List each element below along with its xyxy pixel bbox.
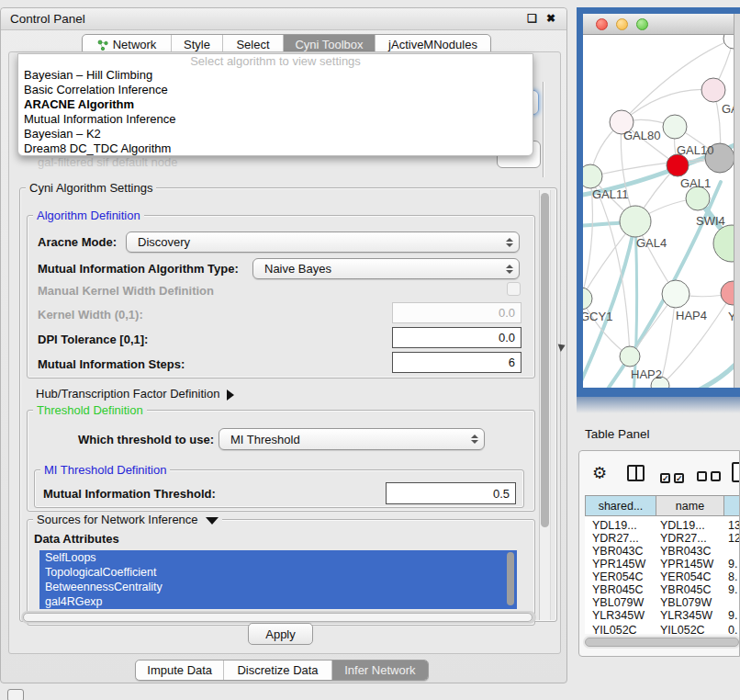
data-attributes-list[interactable]: SelfLoops TopologicalCoefficient Between… [39, 550, 517, 609]
algorithm-option-dream8[interactable]: Dream8 DC_TDC Algorithm [18, 141, 533, 156]
algorithm-option-aracne[interactable]: ARACNE Algorithm [18, 97, 533, 112]
table-cell[interactable]: YDR27... [660, 532, 707, 545]
aracne-mode-combobox[interactable]: Discovery [126, 231, 520, 253]
table-cell[interactable]: YDL19... [660, 519, 705, 532]
split-columns-icon[interactable] [627, 465, 645, 481]
float-window-button[interactable]: ❑ [527, 12, 537, 25]
table-cell[interactable]: 13 [728, 519, 740, 532]
table-cell[interactable]: YBR045C [660, 583, 712, 596]
table-cell[interactable]: YER054C [660, 570, 712, 583]
network-node-hap4[interactable] [662, 280, 690, 308]
threshold-definition-title: Threshold Definition [33, 403, 147, 417]
mi-steps-field[interactable]: 6 [392, 352, 521, 373]
algorithm-dropdown-popup: Select algorithm to view settings Bayesi… [17, 53, 533, 156]
column-header-shared-name[interactable]: shared... [585, 495, 656, 516]
attribute-selfloops[interactable]: SelfLoops [39, 550, 517, 565]
network-icon [97, 40, 108, 51]
network-node-salmon[interactable] [721, 281, 734, 305]
table-row[interactable]: YBR045C [592, 583, 644, 596]
hub-transcription-expander[interactable]: Hub/Transcription Factor Definition [36, 387, 234, 401]
control-panel: Control Panel ❑ ✖ Network Style Select C… [0, 7, 567, 683]
node-label-gal80: GAL80 [623, 129, 660, 142]
table-cell[interactable]: 9. [728, 609, 737, 622]
node-label-gal1: GAL1 [680, 176, 711, 190]
column-header-partial[interactable] [724, 495, 740, 516]
network-node-gcy1[interactable] [583, 288, 592, 310]
network-node-gal4[interactable] [620, 206, 651, 237]
table-row[interactable]: YER054C [592, 570, 644, 583]
mi-threshold-field[interactable]: 0.5 [386, 482, 516, 504]
tab-impute-data[interactable]: Impute Data [136, 660, 223, 680]
attribute-topologicalcoefficient[interactable]: TopologicalCoefficient [39, 565, 517, 580]
network-node-gal10[interactable] [663, 115, 687, 139]
mi-algorithm-type-value: Naive Bayes [259, 262, 502, 276]
node-label-gal10: GAL10 [677, 143, 713, 157]
attribute-betweennesscentrality[interactable]: BetweennessCentrality [39, 580, 517, 594]
aracne-mode-value: Discovery [132, 235, 502, 249]
algorithm-option-bayesian-hill-climbing[interactable]: Bayesian – Hill Climbing [18, 68, 533, 83]
network-window-titlebar[interactable] [583, 14, 734, 35]
traffic-light-minimize-button[interactable] [616, 18, 628, 30]
table-row[interactable]: YDL19... [592, 519, 637, 532]
close-panel-button[interactable]: ✖ [546, 12, 555, 25]
settings-hscrollbar-thumb[interactable] [23, 613, 533, 622]
table-cell[interactable]: 9. [728, 558, 737, 570]
kernel-width-field[interactable]: 0.0 [392, 302, 521, 323]
collapse-arrow-icon [206, 517, 219, 525]
algorithm-option-mutual-information[interactable]: Mutual Information Inference [18, 112, 533, 127]
table-cell[interactable]: 12 [728, 532, 740, 545]
table-cell[interactable]: 0. [728, 624, 737, 634]
attributes-scrollbar-thumb[interactable] [507, 552, 514, 605]
network-canvas[interactable]: GAL80 GAL10 GAL1 GAL11 SWI4 GAL4 GCY1 HA… [583, 35, 734, 388]
table-cell[interactable]: YBL079W [660, 596, 712, 609]
algorithm-option-bayesian-k2[interactable]: Bayesian – K2 [18, 127, 533, 141]
settings-gear-icon[interactable]: ⚙ [590, 464, 609, 482]
sources-group-title[interactable]: Sources for Network Inference [33, 513, 222, 526]
control-panel-titlebar: Control Panel ❑ ✖ [1, 8, 566, 30]
deselect-all-checkboxes-icon[interactable] [697, 469, 724, 485]
settings-scrollbar-thumb[interactable] [541, 193, 549, 527]
table-cell[interactable]: YBR043C [660, 545, 712, 558]
mi-threshold-definition-title: MI Threshold Definition [40, 463, 170, 477]
table-row[interactable]: YLR345W [592, 609, 645, 622]
table-cell[interactable]: 8. [728, 570, 737, 583]
column-header-name[interactable]: name [656, 495, 724, 516]
table-cell[interactable]: YIL052C [660, 624, 705, 634]
network-node-big-green[interactable] [713, 225, 734, 262]
tab-infer-network[interactable]: Infer Network [331, 660, 428, 680]
combo-arrows-icon [506, 265, 513, 274]
data-attributes-label: Data Attributes [34, 532, 119, 546]
network-node-pink[interactable] [701, 78, 725, 102]
aracne-mode-label: Aracne Mode: [38, 235, 117, 249]
network-node-hap2[interactable] [620, 346, 640, 367]
manual-kernel-width-checkbox[interactable] [507, 282, 521, 296]
network-node-top-cut[interactable] [723, 35, 734, 49]
table-row[interactable]: YPR145W [592, 558, 645, 570]
network-node-gal1-red[interactable] [667, 154, 689, 176]
table-cell[interactable]: YPR145W [660, 558, 713, 570]
node-label-gal4: GAL4 [636, 236, 667, 250]
mi-algorithm-type-combobox[interactable]: Naive Bayes [252, 258, 520, 279]
which-threshold-combobox[interactable]: MI Threshold [219, 428, 485, 450]
dpi-tolerance-field[interactable]: 0.0 [392, 327, 521, 348]
collapsed-panel-icon[interactable] [7, 689, 24, 700]
table-row[interactable]: YIL052C [592, 624, 637, 634]
algorithm-option-basic-correlation[interactable]: Basic Correlation Inference [18, 83, 533, 97]
attribute-gal4rgexp[interactable]: gal4RGexp [39, 594, 517, 609]
export-table-icon[interactable] [732, 462, 740, 482]
table-hscrollbar-thumb[interactable] [585, 638, 739, 647]
node-label-swi4: SWI4 [696, 214, 725, 228]
traffic-light-close-button[interactable] [596, 18, 608, 30]
table-cell[interactable]: 9. [728, 583, 737, 596]
table-row[interactable]: YDR27... [592, 532, 639, 545]
table-cell[interactable]: YLR345W [660, 609, 712, 622]
table-row[interactable]: YBR043C [592, 545, 644, 558]
traffic-light-zoom-button[interactable] [636, 18, 648, 30]
table-row[interactable]: YBL079W [592, 596, 644, 609]
network-node-gal11[interactable] [583, 164, 602, 188]
tab-discretize-data[interactable]: Discretize Data [223, 660, 331, 680]
mi-steps-label: Mutual Information Steps: [38, 357, 185, 371]
mi-threshold-label: Mutual Information Threshold: [43, 487, 216, 501]
apply-button[interactable]: Apply [248, 623, 313, 645]
select-all-checkboxes-icon[interactable]: ✓✓ [660, 469, 688, 485]
